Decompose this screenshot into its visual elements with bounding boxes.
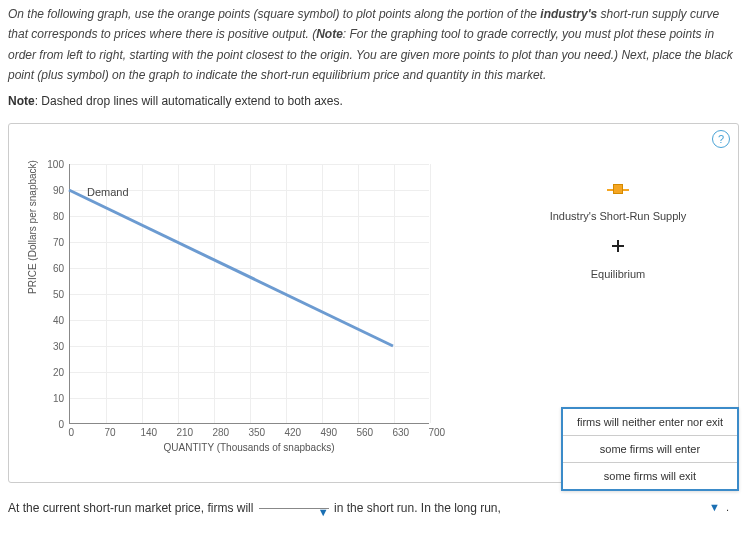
y-tick: 0 — [58, 418, 69, 429]
sentence-part-2: in the short run. In the long run, — [334, 501, 501, 515]
x-tick: 420 — [285, 424, 286, 438]
square-icon — [613, 184, 623, 194]
legend: Industry's Short-Run Supply Equilibrium — [528, 184, 708, 288]
x-tick: 630 — [393, 424, 394, 438]
y-tick: 100 — [47, 158, 69, 169]
x-tick: 280 — [213, 424, 214, 438]
x-axis-label: QUANTITY (Thousands of snapbacks) — [69, 442, 429, 453]
x-tick: 490 — [321, 424, 322, 438]
dropdown-option[interactable]: some firms will enter — [563, 436, 737, 463]
y-tick: 60 — [53, 262, 69, 273]
x-tick: 350 — [249, 424, 250, 438]
y-tick: 90 — [53, 184, 69, 195]
note-text: Note: Dashed drop lines will automatical… — [0, 86, 747, 119]
legend-equilibrium-symbol[interactable] — [528, 240, 708, 254]
x-tick: 700 — [429, 424, 430, 438]
y-tick: 30 — [53, 340, 69, 351]
plus-icon — [612, 240, 624, 252]
help-button[interactable]: ? — [712, 130, 730, 148]
instructions-text: On the following graph, use the orange p… — [0, 0, 747, 86]
dropdown-short-run[interactable]: ▼ — [259, 508, 329, 509]
y-tick: 70 — [53, 236, 69, 247]
y-tick: 50 — [53, 288, 69, 299]
y-tick: 20 — [53, 366, 69, 377]
dropdown-long-run-caret[interactable]: ▼. — [709, 501, 729, 513]
x-tick: 70 — [105, 424, 106, 438]
demand-series-label: Demand — [87, 186, 129, 198]
y-tick: 80 — [53, 210, 69, 221]
sentence-part-1: At the current short-run market price, f… — [8, 501, 253, 515]
caret-down-icon: ▼ — [318, 506, 329, 518]
y-tick: 10 — [53, 392, 69, 403]
plot-area[interactable]: Demand 070140210280350420490560630700010… — [69, 164, 429, 424]
legend-equilibrium-label: Equilibrium — [528, 268, 708, 280]
legend-supply-label: Industry's Short-Run Supply — [528, 210, 708, 222]
dropdown-option[interactable]: some firms will exit — [563, 463, 737, 489]
x-tick: 560 — [357, 424, 358, 438]
x-tick: 140 — [141, 424, 142, 438]
dropdown-options-popup: firms will neither enter nor exitsome fi… — [561, 407, 739, 491]
y-tick: 40 — [53, 314, 69, 325]
legend-supply-symbol[interactable] — [528, 184, 708, 196]
x-tick: 210 — [177, 424, 178, 438]
fill-in-sentence: At the current short-run market price, f… — [0, 483, 747, 521]
y-axis-label: PRICE (Dollars per snapback) — [27, 160, 38, 294]
dropdown-option[interactable]: firms will neither enter nor exit — [563, 409, 737, 436]
